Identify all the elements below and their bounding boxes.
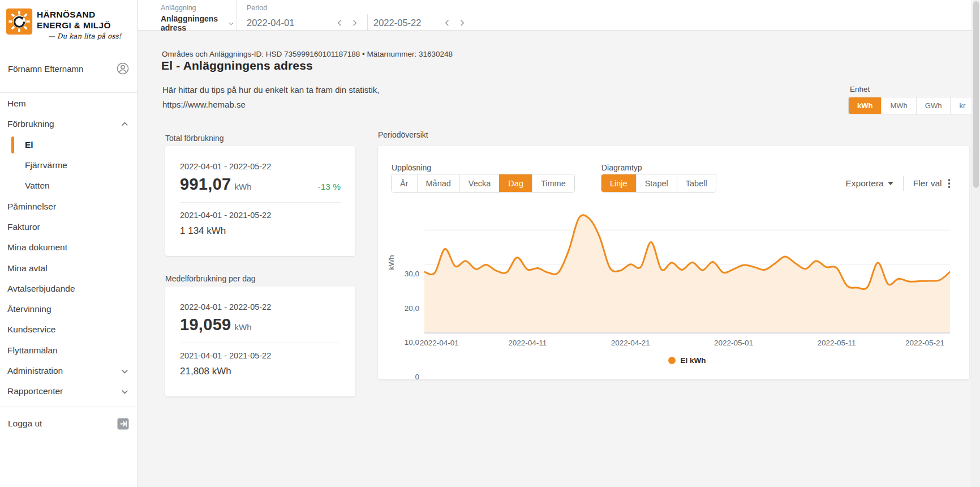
sidebar-item-kundservice[interactable]: Kundservice: [0, 319, 137, 340]
facility-label: Anläggning: [161, 4, 234, 12]
logout-button[interactable]: Logga ut: [0, 413, 137, 434]
facility-select[interactable]: Anläggningens adress: [161, 14, 234, 32]
diagram-stapel-button[interactable]: Stapel: [636, 174, 677, 192]
period-start-prev-button[interactable]: [332, 16, 347, 29]
period-end-date[interactable]: 2022-05-22: [373, 18, 427, 28]
consumption-line-chart[interactable]: [424, 195, 950, 336]
chevron-left-icon: [336, 19, 344, 27]
sidebar-item-paminnelser[interactable]: Påminnelser: [0, 196, 137, 216]
y-tick: 20,0: [392, 304, 419, 313]
chevron-left-icon: [443, 19, 452, 27]
brand-name-line2: ENERGI & MILJÖ: [37, 20, 121, 31]
unit-switch-label: Enhet: [850, 85, 870, 93]
sidebar-item-atervinning[interactable]: Återvinning: [0, 299, 137, 319]
sidebar-item-vatten[interactable]: Vatten: [0, 176, 137, 196]
active-indicator: [11, 136, 14, 153]
sidebar-item-mina-avtal[interactable]: Mina avtal: [0, 258, 137, 278]
y-tick: 30,0: [392, 270, 419, 278]
sidebar-item-fjarrvarme[interactable]: Fjärrvärme: [0, 155, 137, 176]
more-options-button[interactable]: Fler val: [913, 178, 951, 189]
resolution-switch: År Månad Vecka Dag Timme: [392, 174, 574, 192]
tips-link[interactable]: https://www.hemab.se: [162, 97, 380, 112]
sidebar-item-hem[interactable]: Hem: [0, 93, 137, 114]
y-axis: kWh 30,0 20,0 10,0 0: [392, 195, 422, 336]
logout-label: Logga ut: [8, 418, 42, 429]
x-tick: 2022-04-11: [508, 339, 547, 347]
chevron-down-icon: [121, 387, 129, 396]
period-start-date[interactable]: 2022-04-01: [247, 18, 300, 28]
total-card-label: Total förbrukning: [165, 134, 224, 143]
current-period: 2022-04-01 - 2022-05-22: [180, 162, 341, 171]
resolution-timme-button[interactable]: Timme: [532, 174, 574, 192]
user-row: Förnamn Efternamn: [0, 58, 137, 79]
diagram-tabell-button[interactable]: Tabell: [677, 174, 716, 192]
facility-meta: Områdes och Anläggnings-ID: HSD 73599916…: [162, 50, 453, 58]
brand-tagline: — Du kan lita på oss!: [48, 32, 121, 40]
chevron-down-icon: [228, 19, 234, 28]
unit-switch: kWh MWh GWh kr: [849, 97, 974, 114]
logout-icon: [117, 418, 129, 430]
unit-kwh-button[interactable]: kWh: [849, 97, 881, 114]
period-overview-label: Periodöversikt: [378, 130, 428, 139]
facility-section: Anläggning Anläggningens adress: [138, 0, 234, 30]
toolbar-divider: [903, 176, 904, 191]
average-card-label: Medelförbrukning per dag: [165, 274, 256, 283]
sidebar-nav: Hem Förbrukning El Fjärrvärme Vatten Påm…: [0, 93, 137, 401]
resolution-manad-button[interactable]: Månad: [417, 174, 459, 192]
period-overview-panel: Upplösning År Månad Vecka Dag Timme Diag…: [378, 146, 969, 379]
sidebar-item-administration[interactable]: Administration: [0, 361, 137, 381]
unit-kr-button[interactable]: kr: [950, 97, 974, 114]
brand-logo: HÄRNÖSAND ENERGI & MILJÖ — Du kan lita p…: [6, 8, 130, 40]
resolution-vecka-button[interactable]: Vecka: [459, 174, 500, 192]
period-label: Period: [247, 4, 469, 12]
sidebar-item-flyttanmalan[interactable]: Flyttanmälan: [0, 340, 137, 361]
diagram-type-switch: Linje Stapel Tabell: [601, 174, 716, 192]
unit-gwh-button[interactable]: GWh: [916, 97, 951, 114]
card-divider: [180, 343, 341, 343]
export-dropdown[interactable]: Exportera: [845, 178, 893, 189]
sidebar-item-fakturor[interactable]: Fakturor: [0, 217, 137, 237]
chart-legend: El kWh: [424, 356, 950, 365]
sidebar-item-forbrukning[interactable]: Förbrukning: [0, 114, 137, 134]
y-axis-unit-label: kWh: [387, 255, 396, 270]
tips-text: Här hittar du tips på hur du enkelt kan …: [162, 83, 380, 112]
chevron-right-icon: [350, 19, 359, 27]
vertical-scrollbar[interactable]: [972, 0, 980, 487]
diagram-type-label: Diagramtyp: [601, 163, 642, 172]
brand-logo-icon: [6, 8, 33, 35]
total-consumption-card: 2022-04-01 - 2022-05-22 991,07 kWh -13 %…: [165, 146, 355, 256]
legend-label: El kWh: [680, 356, 706, 365]
more-options-label: Fler val: [913, 178, 942, 189]
current-period: 2022-04-01 - 2022-05-22: [180, 302, 341, 311]
average-current-unit: kWh: [235, 322, 252, 332]
total-current-value: 991,07: [180, 175, 231, 194]
sidebar-item-mina-dokument[interactable]: Mina dokument: [0, 237, 137, 258]
user-name: Förnamn Efternamn: [8, 64, 83, 74]
resolution-ar-button[interactable]: År: [392, 174, 417, 192]
y-tick: 0: [392, 373, 419, 381]
y-tick: 10,0: [392, 338, 419, 347]
diagram-linje-button[interactable]: Linje: [601, 174, 636, 192]
x-tick: 2022-05-21: [905, 339, 944, 347]
average-current-value: 19,059: [180, 315, 231, 334]
sidebar-divider: [0, 92, 137, 93]
caret-down-icon: [888, 182, 893, 185]
topbar: Anläggning Anläggningens adress Period 2…: [138, 0, 972, 31]
period-end-prev-button[interactable]: [440, 16, 454, 29]
period-start-next-button[interactable]: [347, 16, 362, 29]
user-avatar-icon: [117, 62, 129, 75]
resolution-dag-button[interactable]: Dag: [499, 174, 532, 192]
previous-period: 2021-04-01 - 2021-05-22: [180, 351, 341, 360]
unit-mwh-button[interactable]: MWh: [881, 97, 915, 114]
export-label: Exportera: [845, 178, 883, 189]
sidebar: HÄRNÖSAND ENERGI & MILJÖ — Du kan lita p…: [0, 0, 137, 487]
scrollbar-thumb[interactable]: [973, 1, 979, 188]
change-badge: -13 %: [318, 182, 341, 192]
page-title: El - Anläggningens adress: [161, 59, 313, 72]
sidebar-item-el[interactable]: El: [0, 135, 137, 155]
sidebar-item-rapportcenter[interactable]: Rapportcenter: [0, 381, 137, 401]
period-end-next-button[interactable]: [454, 16, 469, 29]
tips-line1: Här hittar du tips på hur du enkelt kan …: [162, 83, 380, 97]
chart-toolbar: Exportera Fler val: [845, 176, 951, 191]
sidebar-item-avtalserbjudande[interactable]: Avtalserbjudande: [0, 279, 137, 299]
